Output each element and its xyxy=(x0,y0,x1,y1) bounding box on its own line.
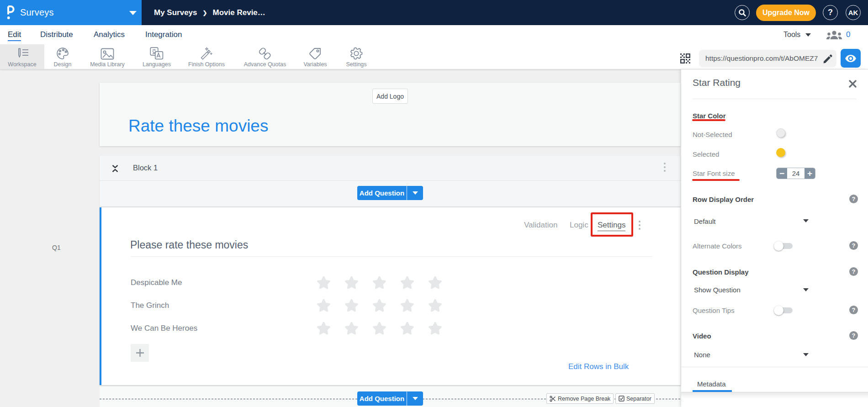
tools-menu[interactable]: Tools xyxy=(783,25,800,44)
star-rating-row[interactable] xyxy=(317,276,442,289)
question-tips-toggle[interactable] xyxy=(774,307,793,313)
qr-code-icon[interactable] xyxy=(680,53,690,63)
block-name[interactable]: Block 1 xyxy=(133,164,158,172)
survey-url-field[interactable] xyxy=(699,50,836,67)
not-selected-color-swatch[interactable] xyxy=(776,128,785,137)
selected-label: Selected xyxy=(693,150,719,158)
star-icon[interactable] xyxy=(345,299,358,312)
tab-edit[interactable]: Edit xyxy=(8,25,21,44)
row-display-order-select[interactable]: Default xyxy=(694,217,716,225)
breadcrumb-survey-name[interactable]: Movie Revie… xyxy=(213,8,265,17)
collaborators-icon[interactable] xyxy=(826,30,842,41)
row-label[interactable]: The Grinch xyxy=(131,301,169,310)
separator-button[interactable]: Separator xyxy=(615,393,655,404)
toolbar-item-design[interactable]: Design xyxy=(44,44,81,69)
add-row-button[interactable] xyxy=(131,344,149,362)
help-icon[interactable]: ? xyxy=(849,306,858,314)
toolbar-item-languages[interactable]: Languages xyxy=(138,44,175,69)
annotation-underline-star-font-size xyxy=(692,179,740,181)
star-icon[interactable] xyxy=(373,276,386,289)
toolbar-item-variables[interactable]: Variables xyxy=(296,44,334,69)
star-icon[interactable] xyxy=(429,299,442,312)
toolbar-item-finish-options[interactable]: Finish Options xyxy=(184,44,229,69)
row-label[interactable]: Despicable Me xyxy=(131,278,182,287)
toolbar-label: Design xyxy=(54,61,72,68)
selected-color-swatch[interactable] xyxy=(776,148,785,157)
edit-rows-in-bulk-link[interactable]: Edit Rows in Bulk xyxy=(568,362,629,371)
star-icon[interactable] xyxy=(429,276,442,289)
video-select[interactable]: None xyxy=(694,351,710,359)
star-icon[interactable] xyxy=(401,276,414,289)
star-icon[interactable] xyxy=(317,322,330,335)
rating-row: Despicable Me xyxy=(131,271,652,294)
block-header: Block 1 xyxy=(100,156,681,181)
top-bar: Surveys My Surveys ❯ Movie Revie… Upgrad… xyxy=(0,0,868,25)
question-title[interactable]: Please rate these movies xyxy=(130,239,248,251)
tab-distribute[interactable]: Distribute xyxy=(40,25,73,44)
breadcrumb-my-surveys[interactable]: My Surveys xyxy=(154,8,197,17)
toolbar-item-settings[interactable]: Settings xyxy=(340,44,372,69)
question-menu-icon[interactable] xyxy=(639,221,640,230)
add-question-dropdown[interactable] xyxy=(407,186,423,200)
preview-button[interactable] xyxy=(841,49,861,68)
alternate-colors-toggle[interactable] xyxy=(774,243,793,249)
question-display-select[interactable]: Show Question xyxy=(694,286,741,294)
section-nav: Edit Distribute Analytics Integration To… xyxy=(0,25,868,44)
edit-url-pencil-icon[interactable] xyxy=(823,54,833,64)
toolbar-label: Media Library xyxy=(90,61,125,68)
star-rating-row[interactable] xyxy=(317,322,442,335)
media-library-icon xyxy=(101,46,114,60)
editor-toolbar: Workspace Design Media Library xyxy=(0,44,868,69)
tab-analytics[interactable]: Analytics xyxy=(94,25,125,44)
font-size-value[interactable]: 24 xyxy=(787,168,804,179)
upgrade-now-button[interactable]: Upgrade Now xyxy=(756,5,816,21)
star-icon[interactable] xyxy=(373,299,386,312)
question-code: Q1 xyxy=(52,244,61,251)
font-size-increase-button[interactable]: + xyxy=(804,168,815,179)
help-icon[interactable]: ? xyxy=(849,195,858,203)
tab-integration[interactable]: Integration xyxy=(145,25,182,44)
toggle-knob xyxy=(774,306,783,315)
collapse-block-icon[interactable] xyxy=(112,164,118,173)
star-icon[interactable] xyxy=(429,322,442,335)
product-switcher[interactable]: Surveys xyxy=(0,0,142,25)
caret-down-icon xyxy=(413,397,418,400)
star-icon[interactable] xyxy=(401,299,414,312)
search-icon xyxy=(738,9,746,17)
panel-divider xyxy=(681,367,868,367)
advance-quotas-icon xyxy=(258,46,272,60)
question-tab-validation[interactable]: Validation xyxy=(524,221,557,230)
help-icon[interactable]: ? xyxy=(849,241,858,250)
toolbar-item-media-library[interactable]: Media Library xyxy=(85,44,130,69)
close-panel-icon[interactable] xyxy=(848,79,857,88)
help-icon[interactable]: ? xyxy=(849,331,858,340)
star-rating-row[interactable] xyxy=(317,299,442,312)
block-menu-icon[interactable] xyxy=(664,163,666,172)
avatar[interactable]: AK xyxy=(846,5,861,20)
survey-title[interactable]: Rate these movies xyxy=(128,116,268,136)
scissors-icon xyxy=(550,396,556,402)
font-size-decrease-button[interactable]: − xyxy=(777,168,787,179)
separator-label: Separator xyxy=(626,396,651,402)
star-icon[interactable] xyxy=(317,299,330,312)
remove-page-break-button[interactable]: Remove Page Break xyxy=(546,393,614,404)
star-icon[interactable] xyxy=(373,322,386,335)
help-icon[interactable]: ? xyxy=(849,267,858,276)
star-icon[interactable] xyxy=(401,322,414,335)
survey-url-input[interactable] xyxy=(699,54,819,63)
add-question-dropdown[interactable] xyxy=(407,391,423,406)
add-question-button[interactable]: Add Question xyxy=(357,186,407,200)
metadata-tab[interactable]: Metadata xyxy=(697,380,726,388)
star-icon[interactable] xyxy=(345,322,358,335)
toolbar-item-workspace[interactable]: Workspace xyxy=(0,44,44,69)
collaborator-count[interactable]: 0 xyxy=(846,25,850,44)
help-button[interactable]: ? xyxy=(823,5,838,20)
star-icon[interactable] xyxy=(317,276,330,289)
add-question-button[interactable]: Add Question xyxy=(357,391,407,406)
toolbar-item-advance-quotas[interactable]: Advance Quotas xyxy=(241,44,289,69)
question-tab-logic[interactable]: Logic xyxy=(570,221,588,230)
row-label[interactable]: We Can Be Heroes xyxy=(131,324,197,333)
search-button[interactable] xyxy=(735,5,750,20)
add-logo-button[interactable]: Add Logo xyxy=(372,89,408,104)
star-icon[interactable] xyxy=(345,276,358,289)
